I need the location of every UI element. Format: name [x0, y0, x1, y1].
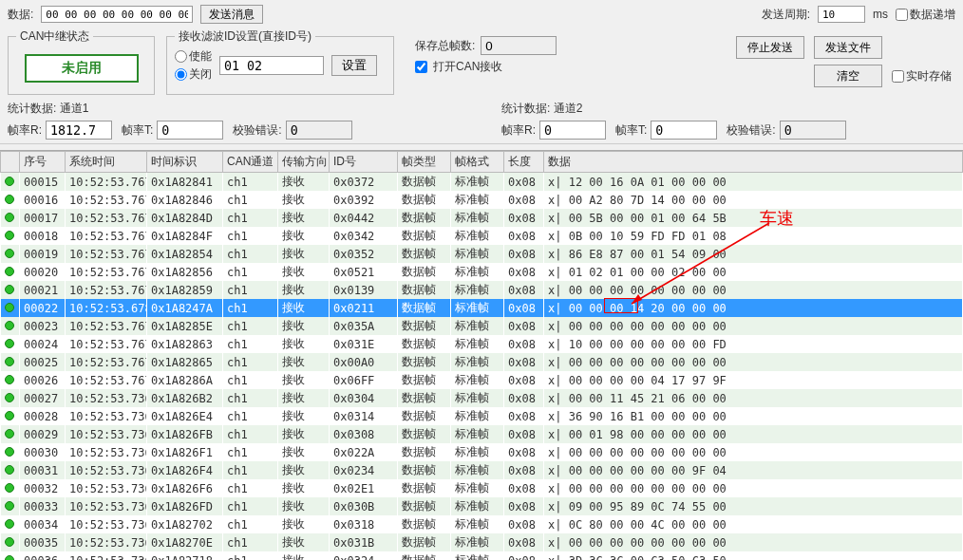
hdr-dot[interactable] — [1, 152, 20, 173]
row-id: 0x035A — [330, 317, 398, 335]
row-data: x| 00 A2 80 7D 14 00 00 00 — [544, 191, 963, 209]
table-row[interactable]: 0001510:52:53.7670x1A82841ch1接收0x0372数据帧… — [1, 173, 963, 192]
clear-button[interactable]: 清空 — [814, 65, 882, 87]
stats2-rate-t[interactable] — [651, 121, 717, 140]
row-time: 10:52:53.678 — [66, 299, 147, 317]
filter-enable-radio[interactable] — [175, 50, 187, 63]
table-row[interactable]: 0002710:52:53.7360x1A826B2ch1接收0x0304数据帧… — [1, 389, 963, 407]
row-time: 10:52:53.736 — [66, 551, 147, 560]
row-dot — [1, 173, 20, 192]
row-chan: ch1 — [223, 533, 278, 551]
table-row[interactable]: 0003610:52:53.7360x1A82718ch1接收0x0324数据帧… — [1, 551, 963, 560]
row-len: 0x08 — [504, 533, 544, 551]
row-ff: 标准帧 — [451, 551, 504, 560]
row-ft: 数据帧 — [398, 389, 451, 407]
table-row[interactable]: 0002010:52:53.7670x1A82856ch1接收0x0521数据帧… — [1, 263, 963, 281]
send-file-button[interactable]: 发送文件 — [814, 36, 882, 59]
row-stamp: 0x1A8286A — [147, 371, 223, 389]
row-id: 0x0392 — [330, 191, 398, 209]
relay-button[interactable]: 未启用 — [25, 54, 139, 83]
table-row[interactable]: 0003010:52:53.7360x1A826F1ch1接收0x022A数据帧… — [1, 443, 963, 461]
stats1-rate-r[interactable] — [46, 121, 112, 140]
row-id: 0x0352 — [330, 245, 398, 263]
hdr-data[interactable]: 数据 — [544, 152, 963, 173]
row-ff: 标准帧 — [451, 335, 504, 353]
row-data: x| 00 00 00 00 00 00 00 00 — [544, 317, 963, 335]
stats2-err — [780, 121, 846, 140]
row-dir: 接收 — [278, 209, 330, 227]
table-row[interactable]: 0001610:52:53.7670x1A82846ch1接收0x0392数据帧… — [1, 191, 963, 209]
row-dir: 接收 — [278, 191, 330, 209]
save-total-label: 保存总帧数: — [415, 38, 475, 54]
send-msg-button[interactable]: 发送消息 — [200, 5, 263, 24]
stats1-rate-r-label: 帧率R: — [8, 122, 42, 139]
filter-close-radio[interactable] — [175, 68, 187, 81]
hdr-dir[interactable]: 传输方向 — [278, 152, 330, 173]
realtime-store-checkbox[interactable] — [892, 70, 904, 83]
row-seq: 00030 — [20, 443, 66, 461]
table-row[interactable]: 0001710:52:53.7670x1A8284Dch1接收0x0442数据帧… — [1, 209, 963, 227]
row-id: 0x0342 — [330, 227, 398, 245]
hdr-ftype[interactable]: 帧类型 — [398, 152, 451, 173]
row-chan: ch1 — [223, 515, 278, 533]
stats2-rate-r[interactable] — [539, 121, 606, 140]
hdr-chan[interactable]: CAN通道 — [223, 152, 278, 173]
stats2-title: 统计数据: 通道2 — [501, 101, 957, 117]
table-row[interactable]: 0002110:52:53.7670x1A82859ch1接收0x0139数据帧… — [1, 281, 963, 299]
open-can-recv-checkbox[interactable] — [415, 61, 427, 73]
filter-set-button[interactable]: 设置 — [331, 55, 377, 76]
stats1-rate-t[interactable] — [157, 121, 223, 140]
row-data: x| 0B 00 10 59 FD FD 01 08 — [544, 227, 963, 245]
row-data: x| 00 00 11 45 21 06 00 00 — [544, 389, 963, 407]
row-data: x| 00 00 00 00 00 00 9F 04 — [544, 461, 963, 479]
row-ft: 数据帧 — [398, 299, 451, 317]
row-chan: ch1 — [223, 425, 278, 443]
table-row[interactable]: 0003310:52:53.7360x1A826FDch1接收0x030B数据帧… — [1, 497, 963, 515]
table-row[interactable]: 0002910:52:53.7360x1A826FBch1接收0x0308数据帧… — [1, 425, 963, 443]
table-row[interactable]: 0002810:52:53.7360x1A826E4ch1接收0x0314数据帧… — [1, 407, 963, 425]
table-row[interactable]: 0002310:52:53.7670x1A8285Ech1接收0x035A数据帧… — [1, 317, 963, 335]
row-time: 10:52:53.767 — [66, 209, 147, 227]
row-data: x| 3D 3C 3C 00 C3 50 C3 50 — [544, 551, 963, 560]
row-dot — [1, 407, 20, 425]
row-time: 10:52:53.767 — [66, 173, 147, 192]
row-dir: 接收 — [278, 461, 330, 479]
period-label: 发送周期: — [762, 7, 810, 23]
row-data: x| 00 00 00 00 00 00 00 00 — [544, 533, 963, 551]
row-id: 0x022A — [330, 443, 398, 461]
table-row[interactable]: 0003510:52:53.7360x1A8270Ech1接收0x031B数据帧… — [1, 533, 963, 551]
row-dir: 接收 — [278, 335, 330, 353]
data-table-wrap: 序号 系统时间 时间标识 CAN通道 传输方向 ID号 帧类型 帧格式 长度 数… — [0, 150, 963, 560]
row-id: 0x0314 — [330, 407, 398, 425]
table-row[interactable]: 0003210:52:53.7360x1A826F6ch1接收0x02E1数据帧… — [1, 479, 963, 497]
hdr-fformat[interactable]: 帧格式 — [451, 152, 504, 173]
table-row[interactable]: 0002210:52:53.6780x1A8247Ach1接收0x0211数据帧… — [1, 299, 963, 317]
period-input[interactable] — [818, 6, 865, 23]
hdr-seq[interactable]: 序号 — [20, 152, 66, 173]
data-input[interactable] — [41, 6, 193, 23]
data-table[interactable]: 序号 系统时间 时间标识 CAN通道 传输方向 ID号 帧类型 帧格式 长度 数… — [0, 151, 963, 560]
table-row[interactable]: 0002510:52:53.7670x1A82865ch1接收0x00A0数据帧… — [1, 353, 963, 371]
row-stamp: 0x1A8270E — [147, 533, 223, 551]
data-incr-checkbox[interactable] — [896, 9, 908, 21]
table-row[interactable]: 0002410:52:53.7670x1A82863ch1接收0x031E数据帧… — [1, 335, 963, 353]
row-data: x| 0C 80 00 00 4C 00 00 00 — [544, 515, 963, 533]
hdr-id[interactable]: ID号 — [330, 152, 398, 173]
stop-send-button[interactable]: 停止发送 — [736, 36, 804, 59]
row-dot — [1, 461, 20, 479]
row-ft: 数据帧 — [398, 479, 451, 497]
filter-ids-input[interactable] — [219, 56, 324, 75]
table-row[interactable]: 0002610:52:53.7670x1A8286Ach1接收0x06FF数据帧… — [1, 371, 963, 389]
table-row[interactable]: 0003110:52:53.7360x1A826F4ch1接收0x0234数据帧… — [1, 461, 963, 479]
hdr-systime[interactable]: 系统时间 — [66, 152, 147, 173]
hdr-stamp[interactable]: 时间标识 — [147, 152, 223, 173]
table-row[interactable]: 0003410:52:53.7360x1A82702ch1接收0x0318数据帧… — [1, 515, 963, 533]
row-time: 10:52:53.767 — [66, 353, 147, 371]
row-id: 0x06FF — [330, 371, 398, 389]
row-stamp: 0x1A8284F — [147, 227, 223, 245]
hdr-len[interactable]: 长度 — [504, 152, 544, 173]
row-seq: 00023 — [20, 317, 66, 335]
table-row[interactable]: 0001910:52:53.7670x1A82854ch1接收0x0352数据帧… — [1, 245, 963, 263]
table-row[interactable]: 0001810:52:53.7670x1A8284Fch1接收0x0342数据帧… — [1, 227, 963, 245]
row-len: 0x08 — [504, 281, 544, 299]
